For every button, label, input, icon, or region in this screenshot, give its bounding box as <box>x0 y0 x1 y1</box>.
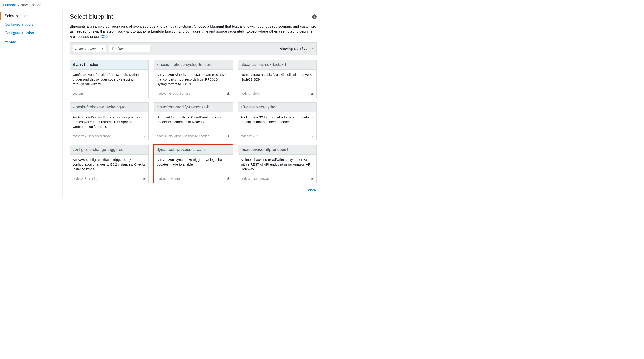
main-content: Select blueprint ? Blueprints are sample… <box>62 10 322 197</box>
blueprint-title: kinesis-firehose-syslog-to-json <box>154 60 232 70</box>
blueprint-card[interactable]: microservice-http-endpointA simple backe… <box>238 145 317 183</box>
blueprint-footer: nodejs · dynamodb <box>156 175 230 183</box>
chevron-right-icon: › <box>18 3 19 7</box>
download-icon[interactable] <box>227 177 230 180</box>
help-icon[interactable]: ? <box>312 14 317 19</box>
pager-next-icon[interactable]: › <box>309 47 310 50</box>
blueprint-tags: nodejs · alexa <box>241 92 311 95</box>
blueprint-tags: nodejs · cloudfront · response header <box>156 134 226 138</box>
wizard-step[interactable]: Configure triggers <box>0 20 62 29</box>
cancel-button[interactable]: Cancel <box>306 188 317 192</box>
blueprint-card[interactable]: cloudfront-modify-response-h...Blueprint… <box>154 102 232 140</box>
blueprint-description: An AWS Config rule that is triggered by … <box>70 154 148 175</box>
download-icon[interactable] <box>227 92 230 95</box>
blueprint-title: cloudfront-modify-response-h... <box>154 102 232 112</box>
blueprint-footer: nodejs4.3 · config <box>73 175 146 183</box>
blueprint-description: An Amazon DynamoDB trigger that logs the… <box>154 154 232 175</box>
blueprint-card[interactable]: kinesis-firehose-syslog-to-jsonAn Amazon… <box>154 60 232 98</box>
download-icon[interactable] <box>142 177 146 180</box>
blueprint-tags: custom <box>73 92 146 95</box>
blueprint-description: An Amazon Kinesis Firehose stream proces… <box>154 70 232 90</box>
funnel-icon <box>112 47 114 50</box>
download-icon[interactable] <box>311 134 314 138</box>
blueprint-footer: python2.7 · s3 <box>241 132 314 140</box>
blueprint-card[interactable]: dynamodb-process-streamAn Amazon DynamoD… <box>154 145 232 183</box>
blueprint-description: Demonstrate a basic fact skill built wit… <box>238 70 316 90</box>
wizard-step-link[interactable]: Configure triggers <box>5 22 33 26</box>
pager-first-icon[interactable]: « <box>274 47 276 50</box>
download-icon[interactable] <box>142 134 146 138</box>
wizard-step-link[interactable]: Review <box>5 40 16 44</box>
pager-status: Viewing 1-9 of 70 <box>280 47 307 50</box>
blueprint-title: s3-get-object-python <box>238 102 316 112</box>
blueprint-tags: python2.7 · s3 <box>241 134 311 138</box>
pager-prev-icon[interactable]: ‹ <box>277 47 278 50</box>
blueprint-description: An Amazon S3 trigger that retrieves meta… <box>238 112 316 132</box>
blueprint-footer: nodejs · kinesis-firehose <box>156 90 230 98</box>
blueprint-card[interactable]: alexa-skill-kit-sdk-factskillDemonstrate… <box>238 60 317 98</box>
blueprint-tags: python2.7 · kinesis-firehose <box>73 134 142 138</box>
blueprint-title: alexa-skill-kit-sdk-factskill <box>238 60 316 70</box>
filter-bar: Select runtime ▾ Filter « ‹ Viewing 1-9 … <box>70 42 317 55</box>
breadcrumb: Lambda › New function <box>3 3 644 7</box>
blueprint-description: A simple backend (read/write to DynamoDB… <box>238 154 316 175</box>
blueprint-footer: nodejs · alexa <box>241 90 314 98</box>
blueprint-title: dynamodb-process-stream <box>154 145 232 154</box>
blueprint-card[interactable]: Blank FunctionConfigure your function fr… <box>70 60 149 98</box>
blueprint-tags: nodejs4.3 · config <box>73 177 142 180</box>
blueprint-title: microservice-http-endpoint <box>238 145 316 154</box>
breadcrumb-root[interactable]: Lambda <box>3 3 16 7</box>
blueprint-footer: custom <box>73 90 146 98</box>
blueprint-card[interactable]: kinesis-firehose-apachelog-to...An Amazo… <box>70 102 149 140</box>
blueprint-tags: nodejs · kinesis-firehose <box>156 92 226 95</box>
blueprint-description: Blueprint for modifying CloudFront respo… <box>154 112 232 132</box>
blueprint-description: Configure your function from scratch. De… <box>70 70 148 90</box>
blueprint-title: Blank Function <box>70 60 148 70</box>
blueprint-tags: nodejs · api-gateway <box>241 177 311 180</box>
download-icon[interactable] <box>311 177 314 180</box>
pager: « ‹ Viewing 1-9 of 70 › » <box>274 47 314 50</box>
filter-input[interactable]: Filter <box>109 45 150 52</box>
breadcrumb-current: New function <box>20 3 42 7</box>
page-title: Select blueprint <box>70 13 312 20</box>
wizard-nav: Select blueprintConfigure triggersConfig… <box>0 10 62 197</box>
blueprint-tags: nodejs · dynamodb <box>156 177 226 180</box>
caret-down-icon: ▾ <box>102 46 104 50</box>
blueprint-description: An Amazon Kinesis Firehose stream proces… <box>70 112 148 132</box>
page-description: Blueprints are sample configurations of … <box>70 24 317 39</box>
blueprint-card[interactable]: s3-get-object-pythonAn Amazon S3 trigger… <box>238 102 317 140</box>
blueprint-title: config-rule-change-triggered <box>70 145 148 154</box>
wizard-step[interactable]: Configure function <box>0 29 62 37</box>
wizard-step[interactable]: Select blueprint <box>0 12 62 20</box>
blueprint-footer: nodejs · cloudfront · response header <box>156 132 230 140</box>
wizard-step[interactable]: Review <box>0 37 62 46</box>
wizard-step-link[interactable]: Configure function <box>5 31 34 35</box>
download-icon[interactable] <box>227 134 230 138</box>
footer: Cancel <box>70 183 317 192</box>
license-link[interactable]: CC0 <box>100 35 108 38</box>
blueprint-grid: Blank FunctionConfigure your function fr… <box>70 60 317 183</box>
blueprint-footer: nodejs · api-gateway <box>241 175 314 183</box>
blueprint-footer: python2.7 · kinesis-firehose <box>73 132 146 140</box>
pager-last-icon[interactable]: » <box>312 47 314 50</box>
blueprint-card[interactable]: config-rule-change-triggeredAn AWS Confi… <box>70 145 149 183</box>
blueprint-title: kinesis-firehose-apachelog-to... <box>70 102 148 112</box>
runtime-select[interactable]: Select runtime ▾ <box>73 45 106 52</box>
download-icon[interactable] <box>311 92 314 95</box>
